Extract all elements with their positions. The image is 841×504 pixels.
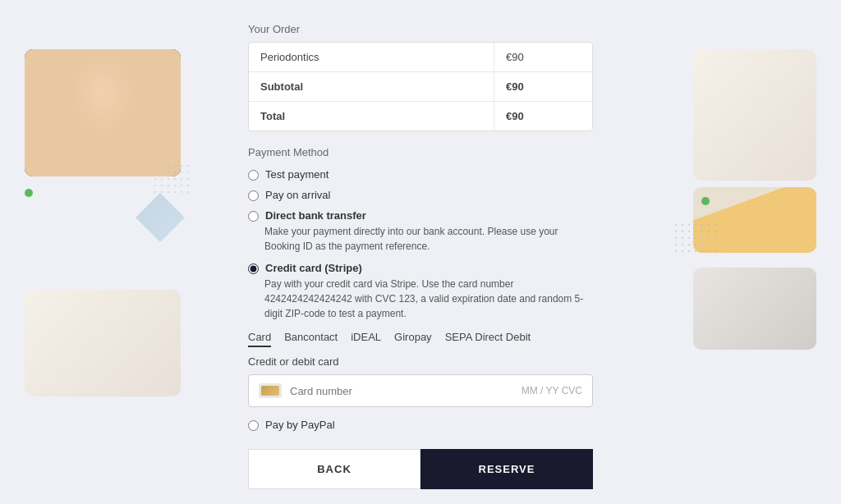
table-row: Periodontics €90 xyxy=(249,43,592,72)
total-price: €90 xyxy=(494,102,592,131)
payment-tabs: Card Bancontact iDEAL Giropay SEPA Direc… xyxy=(248,331,593,347)
main-content: Your Order Periodontics €90 Subtotal €90… xyxy=(248,23,593,489)
right-top-image xyxy=(693,49,816,181)
laptop-woman-image xyxy=(25,290,181,396)
radio-stripe-label[interactable]: Credit card (Stripe) xyxy=(265,262,362,274)
business-woman-image xyxy=(25,49,181,176)
payment-option-stripe: Credit card (Stripe) Pay with your credi… xyxy=(248,262,593,321)
radio-arrival-label[interactable]: Pay on arrival xyxy=(265,189,330,201)
order-item-label: Periodontics xyxy=(249,43,494,71)
card-brand-icon xyxy=(259,383,282,398)
green-dot-right xyxy=(701,197,710,205)
payment-option-bank: Direct bank transfer Make your payment d… xyxy=(248,209,593,254)
payment-option-paypal: Pay by PayPal xyxy=(248,419,593,431)
left-image-bottom xyxy=(25,290,181,396)
radio-stripe[interactable] xyxy=(248,263,259,274)
radio-arrival[interactable] xyxy=(248,190,259,201)
tab-ideal[interactable]: iDEAL xyxy=(351,331,381,347)
card-date-cvc: MM / YY CVC xyxy=(522,385,582,396)
credit-card-label: Credit or debit card xyxy=(248,355,593,368)
payment-option-arrival: Pay on arrival xyxy=(248,189,593,201)
radio-bank[interactable] xyxy=(248,211,259,222)
geometric-shape xyxy=(136,193,185,242)
subtotal-price: €90 xyxy=(494,72,592,101)
left-decorative-panel xyxy=(25,49,181,396)
subtotal-label: Subtotal xyxy=(249,72,494,101)
right-image-bottom xyxy=(693,268,816,350)
radio-paypal-label[interactable]: Pay by PayPal xyxy=(265,419,335,431)
stripe-description: Pay with your credit card via Stripe. Us… xyxy=(264,277,593,321)
dot-pattern-left xyxy=(152,163,193,195)
radio-test-label[interactable]: Test payment xyxy=(265,168,329,181)
order-table: Periodontics €90 Subtotal €90 Total €90 xyxy=(248,42,593,131)
dot-pattern-right xyxy=(673,222,722,254)
hands-writing-image xyxy=(693,268,816,350)
tab-sepa[interactable]: SEPA Direct Debit xyxy=(445,331,531,347)
tab-card[interactable]: Card xyxy=(248,331,271,347)
back-button[interactable]: BACK xyxy=(248,449,420,489)
tab-bancontact[interactable]: Bancontact xyxy=(284,331,338,347)
order-section-title: Your Order xyxy=(248,23,593,35)
card-input-wrapper: MM / YY CVC xyxy=(248,374,593,407)
green-dot-left xyxy=(25,189,33,197)
bank-description: Make your payment directly into our bank… xyxy=(264,224,593,254)
right-decorative-panel xyxy=(693,49,816,350)
total-label: Total xyxy=(249,102,494,131)
reserve-button[interactable]: RESERVE xyxy=(420,449,593,489)
payment-option-test: Test payment xyxy=(248,168,593,181)
radio-test[interactable] xyxy=(248,170,259,181)
left-image-top xyxy=(25,49,181,176)
right-image-top xyxy=(693,49,816,181)
tab-giropay[interactable]: Giropay xyxy=(394,331,432,347)
radio-paypal[interactable] xyxy=(248,420,259,431)
table-row: Total €90 xyxy=(249,102,592,131)
order-item-price: €90 xyxy=(494,43,592,71)
page-wrapper: Your Order Periodontics €90 Subtotal €90… xyxy=(0,0,841,504)
radio-bank-label[interactable]: Direct bank transfer xyxy=(265,209,366,222)
card-number-input[interactable] xyxy=(290,385,522,397)
table-row: Subtotal €90 xyxy=(249,72,592,102)
bottom-buttons: BACK RESERVE xyxy=(248,449,593,489)
payment-method-title: Payment Method xyxy=(248,146,593,158)
